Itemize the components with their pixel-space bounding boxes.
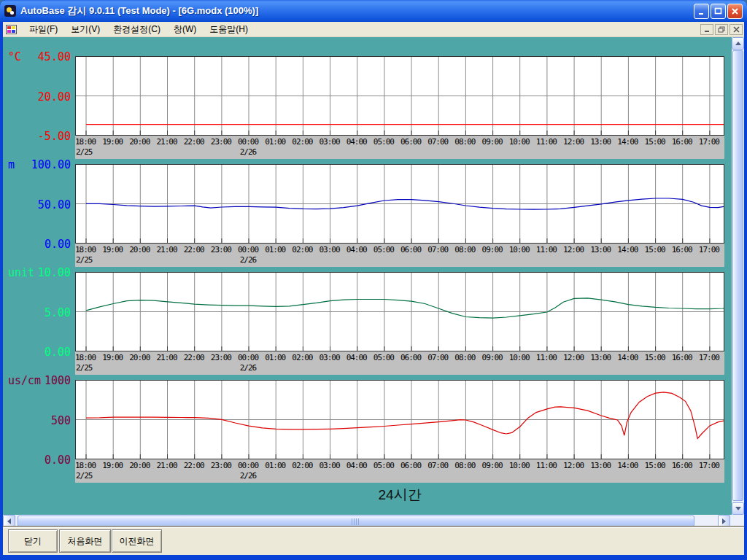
y-tick-top: 10.00	[4, 267, 71, 279]
previous-screen-button[interactable]: 이전화면	[112, 529, 162, 553]
thumb-grip	[352, 518, 360, 525]
time-label: 01:00	[261, 353, 289, 362]
time-label: 19:00	[98, 137, 126, 147]
minimize-button[interactable]	[694, 4, 709, 19]
close-screen-button[interactable]: 닫기	[8, 529, 58, 553]
time-label: 23:00	[207, 461, 235, 470]
time-label: 04:00	[343, 137, 371, 147]
time-span-caption: 24시간	[75, 486, 724, 505]
time-label: 10:00	[506, 461, 533, 470]
time-label: 13:00	[587, 245, 614, 254]
time-label: 23:00	[207, 137, 235, 147]
menu-file[interactable]: 파일(F)	[23, 22, 64, 37]
time-label: 11:00	[533, 245, 560, 254]
scroll-up-button[interactable]	[732, 37, 744, 50]
maximize-icon	[714, 7, 722, 15]
time-label: 04:00	[343, 245, 371, 254]
date-label: 2/26	[234, 363, 262, 373]
time-label: 03:00	[316, 137, 344, 147]
y-tick-mid: 500	[4, 415, 71, 427]
time-label: 11:00	[533, 137, 560, 147]
time-label: 02:00	[288, 353, 316, 362]
home-screen-button[interactable]: 처음화면	[59, 529, 111, 553]
time-label: 13:00	[587, 461, 614, 470]
time-label: 16:00	[668, 245, 696, 254]
window-title: AutoBase 감시 9.0.11 (Test Mode) - [6G.mod…	[20, 4, 258, 18]
time-label: 11:00	[533, 353, 560, 362]
time-label: 15:00	[641, 353, 669, 362]
scroll-left-button[interactable]	[3, 515, 15, 527]
time-label: 17:00	[695, 137, 723, 147]
vertical-scrollbar[interactable]	[732, 37, 744, 515]
time-label: 08:00	[451, 461, 479, 470]
time-label: 21:00	[153, 461, 181, 470]
time-label: 01:00	[261, 245, 289, 254]
time-label: 08:00	[451, 353, 479, 362]
time-label: 14:00	[614, 245, 641, 254]
menu-bar: 파일(F) 보기(V) 환경설정(C) 창(W) 도움말(H)	[3, 22, 744, 37]
time-label: 06:00	[397, 245, 425, 254]
chart-level: m100.0050.000.0018:0019:0020:0021:0022:0…	[75, 164, 724, 267]
time-label: 01:00	[261, 461, 289, 470]
title-bar[interactable]: AutoBase 감시 9.0.11 (Test Mode) - [6G.mod…	[0, 0, 747, 22]
close-button[interactable]	[727, 4, 743, 19]
window-bottom-border	[0, 555, 747, 560]
time-label: 11:00	[533, 461, 560, 470]
time-label: 21:00	[153, 137, 181, 147]
time-label: 10:00	[506, 353, 533, 362]
time-label: 16:00	[668, 137, 696, 147]
time-label: 22:00	[180, 461, 208, 470]
plot-svg	[76, 381, 724, 459]
y-tick-mid: 20.00	[4, 91, 71, 103]
time-label: 00:00	[234, 245, 262, 254]
time-label: 07:00	[424, 245, 452, 254]
plot-area: unit10.005.000.00	[75, 272, 724, 351]
menu-window[interactable]: 창(W)	[167, 22, 203, 37]
time-axis-band: 18:0019:0020:0021:0022:0023:0000:0001:00…	[75, 244, 724, 267]
arrow-right-icon	[722, 518, 726, 524]
arrow-left-icon	[7, 518, 11, 524]
time-label: 00:00	[234, 461, 262, 470]
time-label: 07:00	[424, 353, 452, 362]
time-label: 22:00	[180, 245, 208, 254]
chart-conductivity: us/cm10005000.0018:0019:0020:0021:0022:0…	[75, 380, 724, 483]
time-label: 08:00	[451, 137, 479, 147]
menu-view[interactable]: 보기(V)	[64, 22, 107, 37]
scroll-down-button[interactable]	[732, 502, 744, 515]
scroll-right-button[interactable]	[718, 515, 730, 527]
time-label: 14:00	[614, 137, 641, 147]
time-label: 00:00	[234, 353, 262, 362]
menu-help[interactable]: 도움말(H)	[203, 22, 255, 37]
app-window: AutoBase 감시 9.0.11 (Test Mode) - [6G.mod…	[0, 0, 747, 560]
time-label: 15:00	[641, 137, 669, 147]
mdi-restore-button[interactable]	[715, 24, 728, 35]
time-label: 16:00	[668, 461, 696, 470]
time-label: 13:00	[587, 137, 614, 147]
vertical-scroll-thumb[interactable]	[732, 50, 743, 501]
y-tick-top: 45.00	[4, 51, 71, 63]
time-label: 05:00	[370, 461, 398, 470]
time-label: 01:00	[261, 137, 289, 147]
chart-unit-value: unit10.005.000.0018:0019:0020:0021:0022:…	[75, 272, 724, 375]
time-label: 09:00	[479, 137, 506, 147]
mdi-close-button[interactable]	[729, 24, 743, 35]
mdi-minimize-button[interactable]	[700, 24, 713, 35]
time-label: 20:00	[125, 353, 153, 362]
chart-temperature: °C45.0020.00-5.0018:0019:0020:0021:0022:…	[75, 56, 724, 159]
date-label: 2/26	[234, 147, 262, 157]
time-label: 23:00	[207, 353, 235, 362]
horizontal-scrollbar[interactable]	[3, 515, 744, 527]
time-label: 06:00	[397, 461, 425, 470]
y-tick-mid: 5.00	[4, 307, 71, 319]
time-label: 16:00	[668, 353, 696, 362]
menu-settings[interactable]: 환경설정(C)	[107, 22, 167, 37]
horizontal-scroll-thumb[interactable]	[18, 516, 694, 526]
date-label: 2/25	[76, 471, 104, 481]
plot-area: m100.0050.000.00	[75, 164, 724, 244]
time-label: 17:00	[695, 245, 723, 254]
maximize-button[interactable]	[711, 4, 726, 19]
time-label: 12:00	[560, 137, 587, 147]
time-label: 10:00	[506, 245, 533, 254]
time-label: 18:00	[75, 461, 99, 470]
time-label: 18:00	[75, 353, 99, 362]
